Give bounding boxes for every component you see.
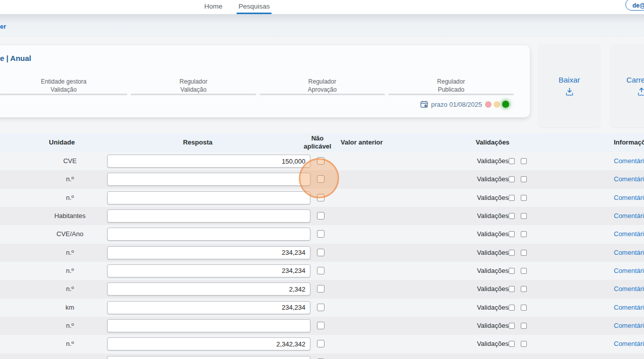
validation-checkbox[interactable] <box>509 195 515 201</box>
validation-checkbox[interactable] <box>521 250 527 256</box>
stage-progress-bar <box>131 94 256 95</box>
not-applicable-checkbox[interactable] <box>317 157 325 165</box>
validation-checkbox[interactable] <box>521 286 527 292</box>
unit-label: Habitantes <box>40 207 100 225</box>
download-card[interactable]: Baixar <box>538 44 600 127</box>
table-row: n.ºValidaçõesComentários <box>0 170 644 189</box>
upload-card[interactable]: Carregar <box>610 44 644 127</box>
validation-checkbox[interactable] <box>521 341 527 347</box>
response-input[interactable] <box>107 282 310 296</box>
comment-link[interactable]: Comentários <box>614 189 644 207</box>
not-applicable-checkbox[interactable] <box>317 285 325 293</box>
validation-checkbox[interactable] <box>521 231 527 237</box>
response-input[interactable] <box>107 337 310 350</box>
response-input[interactable] <box>107 173 310 186</box>
validation-checkbox[interactable] <box>509 305 515 311</box>
response-input[interactable] <box>107 209 310 223</box>
comment-link[interactable]: Comentários <box>614 170 644 188</box>
not-applicable-checkbox[interactable] <box>317 249 325 256</box>
table-row: n.ºValidaçõesComentários <box>0 280 644 299</box>
stage-4: ReguladorPublicado <box>388 78 514 94</box>
not-applicable-checkbox[interactable] <box>317 267 325 274</box>
table-row: n.ºValidaçõesComentários <box>0 189 644 207</box>
validations-label: Validações <box>477 317 509 335</box>
validations-label: Validações <box>477 225 509 243</box>
status-dots <box>485 101 509 108</box>
header-valor-anterior: Valor anterior <box>341 138 383 146</box>
header-informacoes: Informações <box>614 138 644 146</box>
response-input[interactable] <box>107 246 310 259</box>
comment-link[interactable]: Comentários <box>614 280 644 298</box>
validation-checkbox[interactable] <box>509 250 515 256</box>
validation-checkbox[interactable] <box>521 176 527 182</box>
nav-tab-pesquisas[interactable]: Pesquisas <box>237 0 271 15</box>
unit-label: n.º <box>40 335 100 353</box>
comment-link[interactable]: Comentários <box>614 299 644 317</box>
comment-link[interactable]: Comentários <box>614 152 644 170</box>
stage-entity-label: Entidade gestora <box>0 78 127 86</box>
not-applicable-checkbox[interactable] <box>317 194 325 201</box>
validation-checkbox[interactable] <box>509 341 515 347</box>
unit-label: n.º <box>40 280 100 298</box>
table-row: n.ºValidaçõesComentários <box>0 262 644 280</box>
main-nav: HomePesquisas <box>203 0 271 15</box>
not-applicable-checkbox[interactable] <box>317 340 325 347</box>
table-header: Unidade Resposta Não aplicável Valor ant… <box>0 133 644 152</box>
account-button[interactable]: de@ <box>625 0 644 11</box>
response-input[interactable] <box>107 155 310 168</box>
table-row: CVEValidaçõesComentários <box>0 152 644 171</box>
validation-checkbox[interactable] <box>509 323 515 329</box>
validation-checkbox[interactable] <box>509 268 515 274</box>
unit-label: n.º <box>40 170 100 188</box>
response-input[interactable] <box>107 228 310 241</box>
comment-link[interactable]: Comentários <box>614 225 644 243</box>
validations-label: Validações <box>477 280 509 298</box>
comment-link[interactable]: Comentários <box>614 207 644 225</box>
response-input[interactable] <box>107 356 310 359</box>
table-row: HabitantesValidaçõesComentários <box>0 207 644 226</box>
header-nao-aplicavel: Não aplicável <box>300 134 335 151</box>
upload-label: Carregar <box>626 76 644 84</box>
validation-checkbox[interactable] <box>509 176 515 182</box>
stage-entity-label: Regulador <box>260 78 385 86</box>
not-applicable-checkbox[interactable] <box>317 230 325 238</box>
validations-label: Validações <box>477 299 509 317</box>
table-row <box>0 353 644 359</box>
validation-checkbox[interactable] <box>521 158 527 164</box>
nav-tab-home[interactable]: Home <box>203 0 223 15</box>
validation-checkbox[interactable] <box>509 213 515 219</box>
response-input[interactable] <box>107 191 310 204</box>
unit-label: n.º <box>40 317 100 335</box>
not-applicable-checkbox[interactable] <box>317 322 325 329</box>
table-row: n.ºValidaçõesComentários <box>0 244 644 262</box>
deadline-row: prazo 01/08/2025 <box>420 100 509 108</box>
validations-label: Validações <box>477 152 509 170</box>
unit-label: n.º <box>40 189 100 207</box>
not-applicable-checkbox[interactable] <box>317 212 325 220</box>
validation-checkbox[interactable] <box>521 213 527 219</box>
not-applicable-checkbox[interactable] <box>317 304 325 311</box>
response-input[interactable] <box>107 301 310 314</box>
validations-label: Validações <box>477 207 509 225</box>
stage-state-label: Aprovação <box>260 86 385 94</box>
validation-checkbox[interactable] <box>509 158 515 164</box>
header-unidade: Unidade <box>44 138 79 146</box>
validation-checkbox[interactable] <box>521 195 527 201</box>
validation-checkbox[interactable] <box>509 286 515 292</box>
response-input[interactable] <box>107 264 310 277</box>
comment-link[interactable]: Comentários <box>614 262 644 280</box>
back-link[interactable]: er <box>0 23 6 30</box>
header-resposta: Resposta <box>173 138 223 146</box>
validations-label: Validações <box>477 335 509 353</box>
comment-link[interactable]: Comentários <box>614 335 644 353</box>
response-input[interactable] <box>107 319 310 332</box>
validation-checkbox[interactable] <box>521 305 527 311</box>
validation-checkbox[interactable] <box>521 323 527 329</box>
validation-checkbox[interactable] <box>521 268 527 274</box>
validation-checkbox[interactable] <box>509 231 515 237</box>
comment-link[interactable]: Comentários <box>614 244 644 262</box>
comment-link[interactable]: Comentários <box>614 317 644 335</box>
app-screen: HomePesquisas de@ er e | Anual Entidade … <box>0 0 644 359</box>
not-applicable-checkbox[interactable] <box>317 175 325 183</box>
stage-1: Entidade gestoraValidação <box>0 78 127 94</box>
